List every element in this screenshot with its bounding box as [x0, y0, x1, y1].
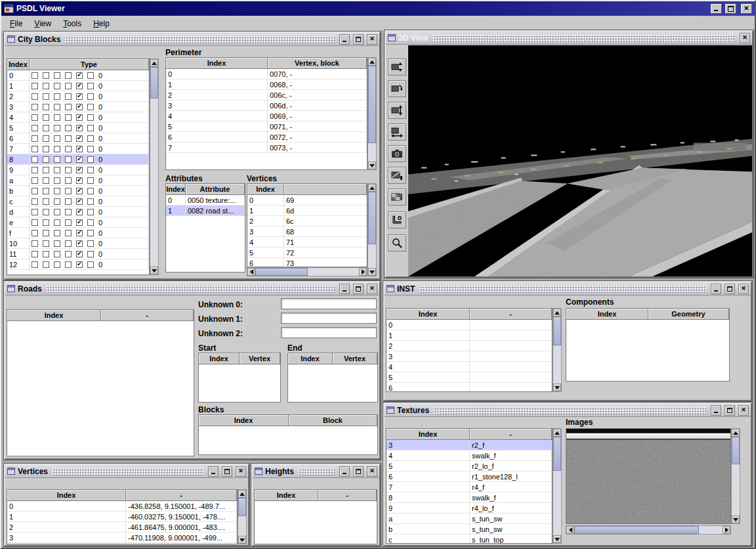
scroll-up-button[interactable] — [368, 184, 376, 192]
scroll-track[interactable] — [368, 192, 376, 268]
attribute-row[interactable]: 1 0082 road st... — [166, 206, 245, 216]
type-checkbox[interactable] — [43, 261, 49, 268]
type-checkbox[interactable] — [87, 198, 94, 205]
column-header-index[interactable]: Index — [387, 429, 470, 440]
type-checkbox[interactable]: ✔ — [76, 93, 83, 100]
type-checkbox[interactable] — [65, 72, 72, 79]
zoom-button[interactable] — [388, 234, 406, 252]
column-header-index[interactable]: Index — [255, 490, 318, 501]
block-vertex-row[interactable]: 4 71 — [247, 237, 367, 248]
column-header-dash[interactable]: - — [101, 310, 194, 321]
city-blocks-titlebar[interactable]: City Blocks ✕ — [5, 33, 379, 46]
scroll-up-button[interactable] — [368, 58, 376, 66]
inst-titlebar[interactable]: INST ✕ — [385, 282, 751, 296]
scroll-left-button[interactable] — [247, 268, 255, 276]
camera-move-horizontal-button[interactable] — [388, 123, 406, 141]
type-checkbox[interactable]: ✔ — [76, 146, 83, 152]
column-header-index[interactable]: Index — [199, 415, 289, 426]
scroll-thumb[interactable] — [732, 437, 740, 464]
type-checkbox[interactable] — [65, 167, 72, 173]
type-checkbox[interactable] — [65, 177, 72, 184]
textures-vscrollbar[interactable] — [553, 428, 562, 544]
scroll-track[interactable] — [732, 437, 740, 516]
perimeter-row[interactable]: 0 0070, - — [166, 69, 367, 79]
type-checkbox[interactable] — [87, 104, 94, 110]
type-checkbox[interactable] — [65, 251, 72, 257]
block-vertices-vscrollbar[interactable] — [368, 183, 377, 276]
type-checkbox[interactable] — [32, 167, 38, 173]
type-table-row[interactable]: 3 ✔ 0 — [7, 102, 149, 112]
type-checkbox[interactable] — [32, 240, 38, 247]
scroll-thumb[interactable] — [574, 526, 699, 534]
textures-titlebar[interactable]: Textures ✕ — [385, 404, 751, 417]
type-checkbox[interactable] — [32, 198, 38, 205]
3d-view-titlebar[interactable]: 3D View ✕ — [386, 32, 752, 45]
inst-vscrollbar[interactable] — [553, 308, 562, 392]
type-checkbox[interactable]: ✔ — [76, 240, 83, 247]
scroll-down-button[interactable] — [553, 384, 561, 391]
type-checkbox[interactable]: ✔ — [76, 167, 83, 173]
menu-tools[interactable]: Tools — [57, 16, 87, 31]
tools-button[interactable] — [388, 211, 406, 229]
type-table-row[interactable]: f ✔ 0 — [7, 228, 149, 238]
type-checkbox[interactable] — [43, 93, 49, 100]
block-vertex-row[interactable]: 6 73 — [247, 258, 367, 267]
type-checkbox[interactable] — [54, 261, 60, 268]
type-checkbox[interactable] — [54, 230, 60, 236]
inst-row[interactable]: 4 — [387, 362, 552, 372]
type-checkbox[interactable] — [87, 135, 94, 142]
type-checkbox[interactable] — [32, 156, 38, 163]
type-checkbox[interactable] — [43, 156, 49, 163]
texture-row[interactable]: 7 r4_f — [387, 482, 552, 493]
type-checkbox[interactable]: ✔ — [76, 135, 83, 142]
type-table-row[interactable]: e ✔ 0 — [7, 217, 149, 228]
type-checkbox[interactable] — [43, 219, 49, 226]
type-table-row[interactable]: 9 ✔ 0 — [7, 165, 149, 175]
column-header-geometry[interactable]: Geometry — [648, 309, 729, 320]
type-table-row[interactable]: 2 ✔ 0 — [7, 91, 149, 102]
column-header-dash[interactable]: - — [470, 309, 552, 320]
type-checkbox[interactable]: ✔ — [76, 251, 83, 257]
type-checkbox[interactable] — [65, 146, 72, 152]
type-checkbox[interactable]: ✔ — [76, 198, 83, 205]
type-checkbox[interactable] — [54, 209, 60, 215]
scroll-track[interactable] — [368, 66, 376, 162]
type-checkbox[interactable] — [32, 146, 38, 152]
frame-maximize-button[interactable] — [353, 284, 364, 294]
type-checkbox[interactable] — [65, 261, 72, 268]
display-mode-button[interactable] — [388, 167, 406, 184]
type-checkbox[interactable] — [54, 219, 60, 226]
scroll-up-button[interactable] — [150, 59, 158, 67]
texture-row[interactable]: 9 r4_lo_f — [387, 503, 552, 514]
camera-rotate-button[interactable] — [388, 80, 406, 97]
column-header-vertex[interactable]: Vertex — [333, 353, 377, 364]
type-checkbox[interactable] — [87, 93, 94, 100]
texture-row[interactable]: 6 r1_stone128_l — [387, 472, 552, 482]
type-checkbox[interactable] — [32, 230, 38, 236]
inst-row[interactable]: 3 — [387, 351, 552, 362]
type-checkbox[interactable] — [87, 167, 94, 173]
scroll-right-button[interactable] — [359, 268, 367, 276]
type-checkbox[interactable] — [43, 230, 49, 236]
perimeter-row[interactable]: 5 0071, - — [166, 121, 367, 132]
blocks-table-body[interactable] — [199, 426, 377, 454]
texture-row[interactable]: 5 r2_lo_f — [387, 461, 552, 472]
scroll-down-button[interactable] — [553, 535, 561, 543]
frame-minimize-button[interactable] — [711, 284, 721, 294]
type-checkbox[interactable] — [32, 177, 38, 184]
scroll-up-button[interactable] — [238, 490, 246, 498]
unknown0-field[interactable] — [281, 298, 377, 309]
scroll-down-button[interactable] — [150, 267, 158, 274]
scroll-thumb[interactable] — [368, 192, 376, 244]
type-checkbox[interactable] — [87, 114, 94, 121]
maximize-button[interactable] — [725, 4, 736, 14]
type-checkbox[interactable] — [87, 156, 94, 163]
3d-viewport[interactable] — [408, 45, 752, 276]
type-checkbox[interactable] — [65, 230, 72, 236]
inst-row[interactable]: 6 — [387, 383, 552, 391]
perimeter-row[interactable]: 1 0068, - — [166, 79, 367, 90]
column-header-vertex-block[interactable]: Vertex, block — [268, 58, 367, 69]
type-checkbox[interactable]: ✔ — [76, 125, 83, 131]
type-checkbox[interactable] — [65, 125, 72, 131]
vertex-row[interactable]: 2 -461.86475, 9.000001, -483.... — [7, 522, 237, 533]
